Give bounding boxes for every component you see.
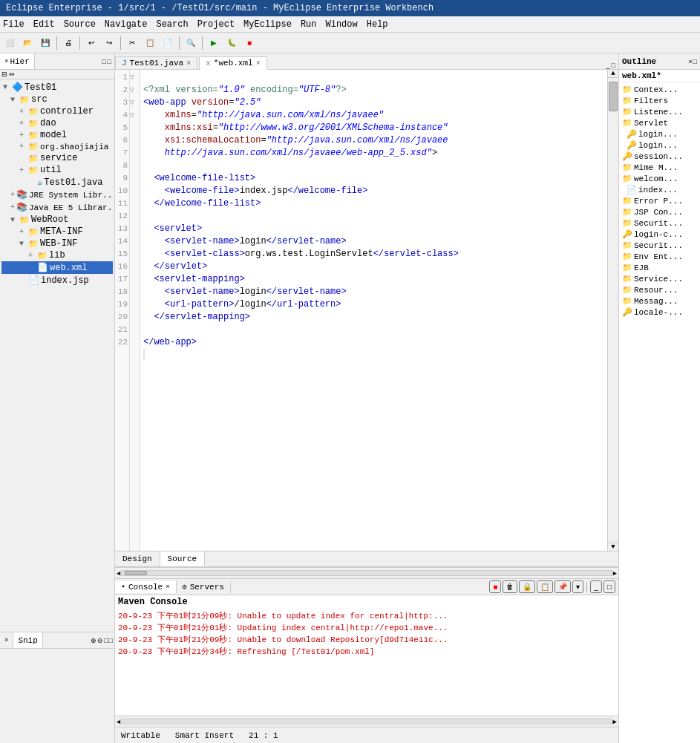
outline-item-login1[interactable]: 🔑 login... xyxy=(621,128,699,140)
console-h-scrollbar[interactable]: ◀ ▶ xyxy=(115,716,618,727)
outline-item-index[interactable]: 📄 index... xyxy=(621,184,699,195)
console-filter-btn[interactable]: ▾ xyxy=(572,580,583,593)
outline-item-ejb[interactable]: 📁 EJB xyxy=(621,262,699,273)
menu-source[interactable]: Source xyxy=(64,19,96,30)
close-icon[interactable]: × xyxy=(4,637,8,644)
tree-item-dao[interactable]: + 📁 dao xyxy=(1,117,113,129)
h-scroll-track[interactable] xyxy=(120,570,612,576)
small-tab-snip[interactable]: Snip xyxy=(13,632,42,648)
tree-item-org[interactable]: + 📁 org.shaojiajia xyxy=(1,141,113,152)
snip-btn3[interactable]: □ xyxy=(104,637,108,644)
outline-item-messag[interactable]: 📁 Messag... xyxy=(621,295,699,307)
close-tab-btn[interactable]: × xyxy=(256,59,261,68)
menu-window[interactable]: Window xyxy=(326,19,358,30)
undo-button[interactable]: ↩ xyxy=(83,35,99,51)
maximize-btn[interactable]: □ xyxy=(108,58,111,65)
expand-icon[interactable]: ▼ xyxy=(10,216,18,224)
tree-item-jre[interactable]: + 📚 JRE System Libr... xyxy=(1,189,113,201)
tree-item-model[interactable]: + 📁 model xyxy=(1,129,113,141)
scroll-down-btn[interactable]: ▼ xyxy=(608,543,618,551)
console-copy-btn[interactable]: 📋 xyxy=(537,580,553,593)
outline-item-context[interactable]: 📁 Contex... xyxy=(621,84,699,95)
outline-min-btn[interactable]: × xyxy=(688,58,692,65)
tree-item-metainf[interactable]: + 📁 META-INF xyxy=(1,226,113,238)
outline-item-loginc[interactable]: 🔑 login-c... xyxy=(621,229,699,240)
menu-file[interactable]: File xyxy=(3,19,24,30)
tree-item-src[interactable]: ▼ 📁 src xyxy=(1,94,113,105)
tree-item-service[interactable]: 📁 service xyxy=(1,152,113,164)
debug-button[interactable]: 🐛 xyxy=(223,35,240,51)
outline-item-session[interactable]: 🔑 session... xyxy=(621,151,699,162)
expand-icon[interactable]: + xyxy=(19,120,27,128)
menu-run[interactable]: Run xyxy=(301,19,317,30)
scroll-up-btn[interactable]: ▲ xyxy=(608,70,618,78)
console-max-btn[interactable]: □ xyxy=(603,580,615,593)
outline-item-locale[interactable]: 🔑 locale-... xyxy=(621,307,699,318)
outline-item-welcome[interactable]: 📁 welcom... xyxy=(621,173,699,184)
menu-search[interactable]: Search xyxy=(156,19,188,30)
close-console-btn[interactable]: × xyxy=(166,583,169,591)
stop-button[interactable]: ■ xyxy=(241,35,258,51)
terminate-btn[interactable]: ■ xyxy=(489,580,501,593)
outline-item-login2[interactable]: 🔑 login... xyxy=(621,140,699,151)
fold-marker-webapp[interactable]: ▽ xyxy=(130,71,140,84)
open-button[interactable]: 📂 xyxy=(19,35,36,51)
tab-console[interactable]: ▪ Console × xyxy=(115,581,177,593)
expand-src[interactable]: ▼ xyxy=(10,96,18,104)
menu-help[interactable]: Help xyxy=(367,19,388,30)
console-scroll-right[interactable]: ▶ xyxy=(613,718,617,726)
expand-test01[interactable]: ▼ xyxy=(3,83,10,91)
tab-source[interactable]: Source xyxy=(160,551,206,566)
tree-item-lib[interactable]: + 📁 lib xyxy=(1,249,113,261)
small-tab-x[interactable]: × xyxy=(0,632,13,648)
code-editor[interactable]: <?xml version="1.0" encoding="UTF-8"?> <… xyxy=(140,70,607,551)
menu-edit[interactable]: Edit xyxy=(33,19,55,30)
expand-icon[interactable]: ▼ xyxy=(19,240,27,248)
expand-icon[interactable]: + xyxy=(10,203,15,212)
horizontal-scrollbar[interactable]: ◀ ▶ xyxy=(115,567,618,578)
outline-item-listeners[interactable]: 📁 Listene... xyxy=(621,106,699,117)
console-clear-btn[interactable]: 🗑 xyxy=(503,580,517,593)
h-scroll-thumb[interactable] xyxy=(125,571,147,575)
outline-item-filters[interactable]: 📁 Filters xyxy=(621,95,699,106)
cut-button[interactable]: ✂ xyxy=(124,35,140,51)
vertical-scrollbar[interactable]: ▲ ▼ xyxy=(607,70,618,551)
redo-button[interactable]: ↪ xyxy=(101,35,117,51)
tab-test01[interactable]: J Test01.java × xyxy=(115,56,197,69)
expand-icon[interactable]: + xyxy=(10,191,15,199)
tree-item-util[interactable]: + 📁 util xyxy=(1,164,113,176)
scroll-right-btn[interactable]: ▶ xyxy=(613,569,617,577)
new-button[interactable]: ⬜ xyxy=(1,35,18,51)
expand-icon[interactable]: + xyxy=(19,131,27,140)
console-scroll-lock[interactable]: 🔒 xyxy=(519,580,535,593)
menu-navigate[interactable]: Navigate xyxy=(105,19,148,30)
tree-item-controller[interactable]: + 📁 controller xyxy=(1,105,113,117)
min-editor-btn[interactable]: _ xyxy=(606,62,610,69)
console-pin-btn[interactable]: 📌 xyxy=(555,580,571,593)
outline-item-security1[interactable]: 📁 Securit... xyxy=(621,217,699,229)
copy-button[interactable]: 📋 xyxy=(142,35,158,51)
outline-item-resour[interactable]: 📁 Resour... xyxy=(621,284,699,295)
expand-icon[interactable]: + xyxy=(19,228,27,236)
tree-item-javaee[interactable]: + 📚 Java EE 5 Librar... xyxy=(1,201,113,214)
outline-item-mime[interactable]: 📁 Mime M... xyxy=(621,162,699,173)
menu-project[interactable]: Project xyxy=(197,19,235,30)
close-icon[interactable]: × xyxy=(4,58,8,65)
run-button[interactable]: ▶ xyxy=(206,35,222,51)
max-editor-btn[interactable]: □ xyxy=(612,62,615,69)
outline-item-security2[interactable]: 📁 Securit... xyxy=(621,240,699,251)
expand-icon[interactable]: + xyxy=(19,143,27,151)
scroll-track[interactable] xyxy=(608,78,618,543)
tab-servers[interactable]: ⚙ Servers xyxy=(177,581,231,593)
expand-icon[interactable]: + xyxy=(19,166,27,174)
tree-item-webinf[interactable]: ▼ 📁 WEB-INF xyxy=(1,238,113,249)
fold-marker-servlet[interactable]: ▽ xyxy=(130,96,140,109)
tab-webxml[interactable]: x *web.xml × xyxy=(199,56,266,70)
tab-hierarchy[interactable]: × Hier xyxy=(0,53,35,69)
tree-item-indexjsp[interactable]: 📄 index.jsp xyxy=(1,274,113,287)
snip-btn1[interactable]: ⊕ xyxy=(91,637,97,644)
scroll-thumb[interactable] xyxy=(609,82,618,111)
console-min-btn[interactable]: _ xyxy=(590,580,602,593)
fold-marker-mapping[interactable]: ▽ xyxy=(130,109,140,122)
tree-item-webxml[interactable]: 📄 web.xml xyxy=(1,261,113,274)
